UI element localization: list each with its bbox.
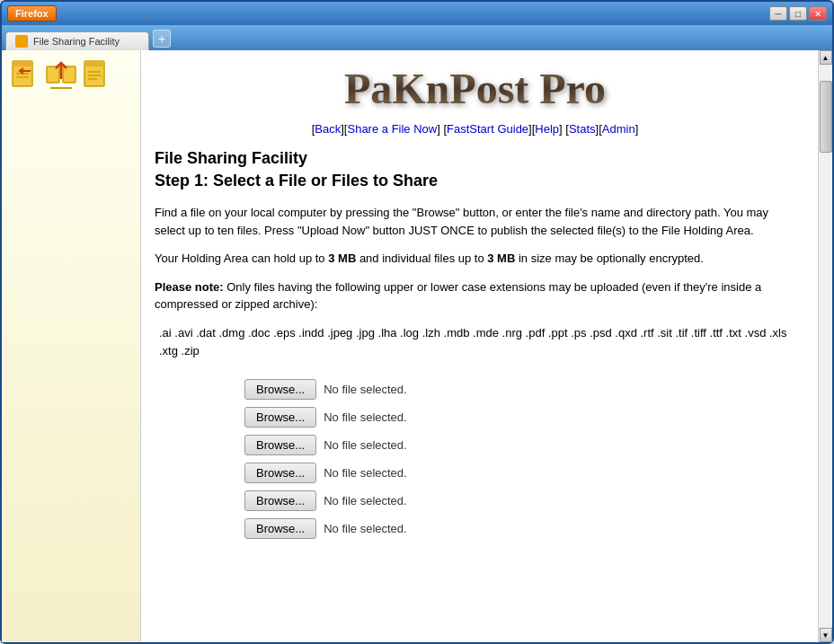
browser-tab[interactable]: File Sharing Facility	[5, 31, 149, 50]
svg-rect-5	[47, 66, 59, 83]
browse-button-5[interactable]: Browse...	[244, 490, 316, 511]
file-row: Browse...No file selected.	[244, 435, 407, 455]
file-row: Browse...No file selected.	[244, 490, 407, 511]
nav-back-link[interactable]: Back	[315, 122, 341, 136]
title-bar: Firefox ─ □ ✕	[2, 2, 832, 25]
scroll-thumb[interactable]	[820, 81, 832, 153]
svg-rect-6	[63, 66, 75, 83]
firefox-menu-button[interactable]: Firefox	[7, 5, 57, 22]
logo-text: PaKnPost Pro	[344, 64, 606, 113]
minimize-button[interactable]: ─	[769, 6, 787, 21]
maximize-button[interactable]: □	[789, 6, 807, 21]
browse-button-4[interactable]: Browse...	[244, 463, 316, 483]
browse-button-2[interactable]: Browse...	[244, 407, 316, 428]
extensions-list: .ai .avi .dat .dmg .doc .eps .indd .jpeg…	[155, 324, 795, 362]
new-tab-button[interactable]: +	[153, 30, 171, 48]
nav-stats-link[interactable]: Stats	[569, 122, 596, 136]
file-row: Browse...No file selected.	[244, 407, 407, 428]
file-row: Browse...No file selected.	[244, 463, 407, 483]
file-status-1: No file selected.	[324, 383, 407, 396]
file-status-4: No file selected.	[324, 466, 407, 480]
sidebar-icon-1[interactable]	[9, 59, 41, 92]
file-status-6: No file selected.	[324, 522, 407, 535]
please-note: Please note: Only files having the follo…	[155, 278, 795, 313]
scroll-up-arrow[interactable]: ▲	[820, 50, 832, 65]
sidebar-icon-3[interactable]	[81, 59, 113, 92]
tab-title: File Sharing Facility	[33, 36, 120, 47]
svg-rect-9	[84, 61, 104, 66]
sidebar	[2, 50, 141, 642]
file-status-2: No file selected.	[324, 410, 407, 424]
page-description: Find a file on your local computer by pr…	[155, 204, 795, 239]
file-status-5: No file selected.	[324, 494, 407, 507]
window-controls: ─ □ ✕	[769, 6, 827, 21]
nav-help-link[interactable]: Help	[535, 122, 559, 136]
file-status-3: No file selected.	[324, 438, 407, 452]
nav-links: [Back][Share a File Now] [FastStart Guid…	[155, 122, 795, 136]
svg-rect-1	[13, 61, 32, 66]
close-button[interactable]: ✕	[809, 6, 827, 21]
tab-bar: File Sharing Facility +	[2, 25, 832, 50]
browse-button-6[interactable]: Browse...	[244, 518, 316, 539]
tab-favicon	[15, 35, 28, 48]
file-row: Browse...No file selected.	[244, 518, 407, 539]
browse-button-1[interactable]: Browse...	[244, 379, 316, 400]
page-title: File Sharing Facility	[155, 149, 795, 168]
scrollbar[interactable]: ▲ ▼	[818, 50, 832, 642]
title-bar-left: Firefox	[7, 5, 57, 22]
nav-share-link[interactable]: Share a File Now	[347, 122, 437, 136]
browser-content: PaKnPost Pro [Back][Share a File Now] [F…	[2, 50, 832, 642]
logo-container: PaKnPost Pro	[155, 64, 795, 113]
scroll-down-arrow[interactable]: ▼	[820, 628, 832, 642]
page-subtitle: Step 1: Select a File or Files to Share	[155, 172, 795, 190]
browse-button-3[interactable]: Browse...	[244, 435, 316, 455]
holding-info: Your Holding Area can hold up to 3 MB an…	[155, 250, 795, 268]
nav-faststart-link[interactable]: FastStart Guide	[447, 122, 528, 136]
file-inputs-section: Browse...No file selected.Browse...No fi…	[155, 379, 795, 539]
sidebar-icons	[9, 59, 133, 92]
main-content: PaKnPost Pro [Back][Share a File Now] [F…	[141, 50, 818, 642]
browser-window: Firefox ─ □ ✕ File Sharing Facility +	[0, 0, 834, 644]
file-row: Browse...No file selected.	[244, 379, 407, 400]
sidebar-icon-2[interactable]	[45, 59, 77, 92]
nav-admin-link[interactable]: Admin	[602, 122, 635, 136]
